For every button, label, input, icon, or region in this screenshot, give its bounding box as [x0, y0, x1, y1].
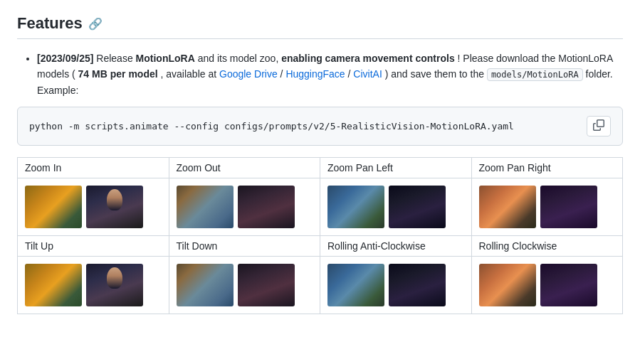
image-grid-table: Zoom In Zoom Out Zoom Pan Left Zoom Pan …: [17, 157, 623, 314]
grid-label-tilt-down: Tilt Down: [169, 236, 320, 257]
grid-label-zoom-out: Zoom Out: [169, 158, 320, 178]
zoom-pan-left-image-pair: [327, 183, 464, 231]
grid-label-tilt-up: Tilt Up: [18, 236, 169, 257]
tilt-down-thumb-2: [238, 264, 295, 306]
grid-cell-zoom-in-images: [18, 178, 169, 236]
grid-label-rolling-cw: Rolling Clockwise: [471, 236, 623, 257]
zoom-in-thumb-1: [25, 186, 82, 228]
rolling-cw-thumb-2: [540, 264, 597, 306]
feature-item-1: [2023/09/25] Release MotionLoRA and its …: [37, 50, 623, 98]
size-text: 74 MB per model: [78, 68, 158, 80]
zoom-out-image-pair: [177, 183, 313, 231]
rolling-anti-cw-image-pair: [327, 261, 464, 309]
grid-cell-rolling-cw-images: [471, 257, 623, 314]
huggingface-link[interactable]: HuggingFace: [285, 68, 345, 80]
text-links-before: , available at: [161, 68, 220, 80]
zoom-pan-right-thumb-1: [479, 186, 536, 228]
anchor-link-icon[interactable]: 🔗: [88, 17, 103, 31]
zoom-pan-left-thumb-1: [327, 186, 384, 228]
camera-highlight: enabling camera movement controls: [281, 53, 455, 64]
tilt-down-image-pair: [177, 261, 313, 309]
rolling-anti-cw-thumb-1: [327, 264, 384, 306]
google-drive-link[interactable]: Google Drive: [219, 68, 278, 80]
zoom-pan-left-thumb-2: [389, 186, 446, 228]
grid-label-zoom-pan-left: Zoom Pan Left: [320, 158, 472, 178]
rolling-cw-thumb-1: [479, 264, 536, 306]
text-middle: and its model zoo,: [198, 53, 282, 64]
grid-header-row-2: Tilt Up Tilt Down Rolling Anti-Clockwise…: [18, 236, 623, 257]
zoom-pan-right-thumb-2: [540, 186, 597, 228]
tilt-up-thumb-2: [86, 264, 143, 306]
page-header: Features 🔗: [17, 14, 623, 39]
code-block-text: python -m scripts.animate --config confi…: [29, 121, 514, 132]
grid-header-row-1: Zoom In Zoom Out Zoom Pan Left Zoom Pan …: [18, 158, 623, 178]
grid-cell-tilt-down-images: [169, 257, 320, 314]
zoom-pan-right-image-pair: [479, 183, 616, 231]
grid-label-zoom-in: Zoom In: [18, 158, 169, 178]
text-links-after: ) and save them to the: [385, 68, 487, 80]
rolling-anti-cw-thumb-2: [389, 264, 446, 306]
date-badge: [2023/09/25]: [37, 53, 93, 64]
code-block-container: python -m scripts.animate --config confi…: [17, 107, 623, 146]
grid-image-row-1: [18, 178, 623, 236]
grid-cell-zoom-pan-left-images: [320, 178, 472, 236]
page-title: Features: [17, 14, 83, 33]
feature-list: [2023/09/25] Release MotionLoRA and its …: [17, 50, 623, 98]
tilt-up-image-pair: [25, 261, 162, 309]
text-before: Release: [96, 53, 135, 64]
rolling-cw-image-pair: [479, 261, 616, 309]
content-section: [2023/09/25] Release MotionLoRA and its …: [17, 50, 623, 146]
motionlora-highlight: MotionLoRA: [136, 53, 195, 64]
grid-cell-tilt-up-images: [18, 257, 169, 314]
zoom-in-thumb-2: [86, 186, 143, 228]
grid-image-row-2: [18, 257, 623, 314]
zoom-in-image-pair: [25, 183, 162, 231]
zoom-out-thumb-2: [238, 186, 295, 228]
grid-cell-zoom-pan-right-images: [471, 178, 623, 236]
grid-cell-zoom-out-images: [169, 178, 320, 236]
copy-button[interactable]: [587, 116, 611, 136]
models-path-inline-code: models/MotionLoRA: [487, 68, 583, 81]
zoom-out-thumb-1: [177, 186, 234, 228]
tilt-down-thumb-1: [177, 264, 234, 306]
tilt-up-thumb-1: [25, 264, 82, 306]
grid-label-rolling-anti-cw: Rolling Anti-Clockwise: [320, 236, 472, 257]
grid-cell-rolling-anti-cw-images: [320, 257, 472, 314]
civitai-link[interactable]: CivitAI: [353, 68, 382, 80]
grid-label-zoom-pan-right: Zoom Pan Right: [471, 158, 623, 178]
